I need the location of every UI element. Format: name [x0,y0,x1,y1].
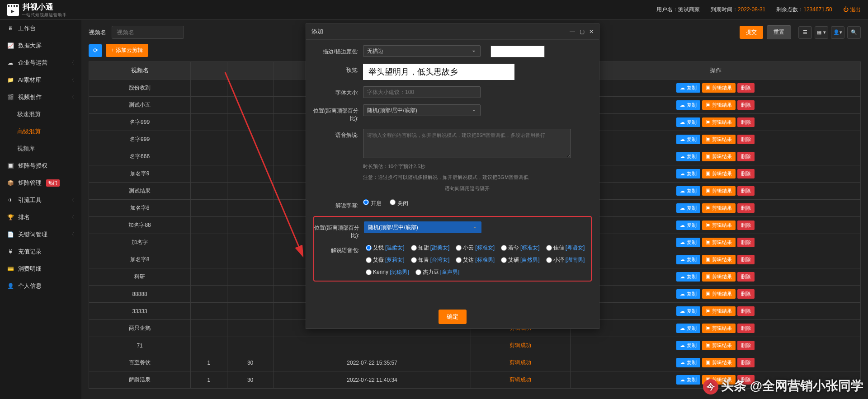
result-button[interactable]: ▣ 剪辑结果 [702,358,736,367]
view-list-icon[interactable]: ☰ [798,26,812,39]
sidebar-item[interactable]: 🎬视频创作〈 [0,89,81,106]
voice-option[interactable]: 知甜 [甜美女] [411,244,450,252]
delete-button[interactable]: 删除 [737,272,755,282]
sidebar-child-item[interactable]: 视频库 [0,140,81,157]
close-icon[interactable]: ✕ [589,28,594,35]
copy-button[interactable]: ☁ 复制 [676,169,700,178]
delete-button[interactable]: 删除 [737,100,755,110]
sidebar-child-item[interactable]: 极速混剪 [0,106,81,123]
view-grid-icon[interactable]: ▦ ▾ [815,26,828,39]
copy-button[interactable]: ☁ 复制 [676,324,700,333]
result-button[interactable]: ▣ 剪辑结果 [702,238,736,247]
delete-button[interactable]: 删除 [737,169,755,178]
delete-button[interactable]: 删除 [737,358,755,367]
search-icon[interactable]: 🔍 [847,26,861,39]
result-button[interactable]: ▣ 剪辑结果 [702,272,736,282]
sidebar-item[interactable]: ¥充值记录 [0,243,81,260]
sidebar-item[interactable]: 📄关键词管理〈 [0,226,81,243]
copy-button[interactable]: ☁ 复制 [676,238,700,247]
voice-option[interactable]: 知青 [台湾女] [411,256,450,264]
sidebar-child-item[interactable]: 高级混剪 [0,123,81,140]
copy-button[interactable]: ☁ 复制 [676,221,700,230]
subtitle-on-radio[interactable]: 开启 [363,200,382,207]
result-button[interactable]: ▣ 剪辑结果 [702,306,736,316]
voice-desc-textarea[interactable] [363,129,571,158]
confirm-button[interactable]: 确定 [439,310,467,324]
sidebar-item[interactable]: ☁企业号运营〈 [0,54,81,71]
delete-button[interactable]: 删除 [737,289,755,299]
copy-button[interactable]: ☁ 复制 [676,272,700,282]
copy-button[interactable]: ☁ 复制 [676,255,700,264]
result-button[interactable]: ▣ 剪辑结果 [702,203,736,213]
delete-button[interactable]: 删除 [737,375,755,385]
voice-option[interactable]: 佳佳 [粤语女] [546,244,585,252]
result-button[interactable]: ▣ 剪辑结果 [702,83,736,93]
position-select[interactable]: 随机(顶部/居中/底部) [363,104,481,116]
voice-option[interactable]: 艾悦 [温柔女] [366,244,405,252]
delete-button[interactable]: 删除 [737,186,755,196]
copy-button[interactable]: ☁ 复制 [676,135,700,144]
sidebar-item[interactable]: 🖥工作台 [0,20,81,37]
delete-button[interactable]: 删除 [737,135,755,144]
copy-button[interactable]: ☁ 复制 [676,306,700,316]
result-button[interactable]: ▣ 剪辑结果 [702,375,736,385]
position2-select[interactable]: 随机(顶部/居中/底部) [364,221,481,233]
delete-button[interactable]: 删除 [737,306,755,316]
delete-button[interactable]: 删除 [737,221,755,230]
subtitle-off-radio[interactable]: 关闭 [390,200,408,207]
voice-option[interactable]: 艾薇 [萝莉女] [366,256,405,264]
copy-button[interactable]: ☁ 复制 [676,358,700,367]
delete-button[interactable]: 删除 [737,238,755,247]
view-user-icon[interactable]: 👤▾ [831,26,844,39]
result-button[interactable]: ▣ 剪辑结果 [702,289,736,299]
result-button[interactable]: ▣ 剪辑结果 [702,100,736,110]
video-name-input[interactable] [112,26,184,39]
logout-button[interactable]: ⏻ 退出 [843,6,861,14]
minimize-icon[interactable]: — [570,28,575,35]
delete-button[interactable]: 删除 [737,324,755,333]
result-button[interactable]: ▣ 剪辑结果 [702,221,736,230]
result-button[interactable]: ▣ 剪辑结果 [702,255,736,264]
sidebar-item[interactable]: 🏆排名〈 [0,209,81,226]
sidebar-item[interactable]: 📁AI素材库〈 [0,71,81,89]
copy-button[interactable]: ☁ 复制 [676,117,700,127]
copy-button[interactable]: ☁ 复制 [676,289,700,299]
sidebar-item[interactable]: 👤个人信息 [0,277,81,295]
result-button[interactable]: ▣ 剪辑结果 [702,135,736,144]
refresh-button[interactable]: ⟳ [89,44,102,57]
submit-button[interactable]: 提交 [740,26,763,39]
fontsize-input[interactable] [363,86,481,98]
result-button[interactable]: ▣ 剪辑结果 [702,341,736,350]
stroke-select[interactable]: 无描边 [363,45,481,57]
voice-option[interactable]: 小泽 [湖南男] [546,256,585,264]
voice-option[interactable]: 艾达 [标准男] [456,256,495,264]
result-button[interactable]: ▣ 剪辑结果 [702,152,736,161]
stroke-color-swatch[interactable] [491,46,545,57]
delete-button[interactable]: 删除 [737,83,755,93]
sidebar-item[interactable]: 🔲矩阵号授权 [0,157,81,174]
delete-button[interactable]: 删除 [737,117,755,127]
reset-button[interactable]: 重置 [767,25,791,39]
result-button[interactable]: ▣ 剪辑结果 [702,186,736,196]
sidebar-item[interactable]: 📦矩阵管理热门 [0,174,81,192]
copy-button[interactable]: ☁ 复制 [676,100,700,110]
maximize-icon[interactable]: ▢ [580,28,585,35]
delete-button[interactable]: 删除 [737,203,755,213]
result-button[interactable]: ▣ 剪辑结果 [702,324,736,333]
sidebar-item[interactable]: 📈数据大屏 [0,37,81,54]
delete-button[interactable]: 删除 [737,341,755,350]
copy-button[interactable]: ☁ 复制 [676,375,700,385]
copy-button[interactable]: ☁ 复制 [676,341,700,350]
voice-option[interactable]: 艾硕 [自然男] [501,256,540,264]
voice-option[interactable]: 杰力豆 [童声男] [415,268,460,276]
copy-button[interactable]: ☁ 复制 [676,83,700,93]
delete-button[interactable]: 删除 [737,152,755,161]
copy-button[interactable]: ☁ 复制 [676,203,700,213]
voice-option[interactable]: 小云 [标准女] [456,244,495,252]
add-cloud-clip-button[interactable]: + 添加云剪辑 [106,44,148,57]
sidebar-item[interactable]: ✈引流工具〈 [0,192,81,209]
result-button[interactable]: ▣ 剪辑结果 [702,117,736,127]
copy-button[interactable]: ☁ 复制 [676,152,700,161]
voice-option[interactable]: 若兮 [标准女] [501,244,540,252]
voice-option[interactable]: Kenny [沉稳男] [366,268,409,276]
